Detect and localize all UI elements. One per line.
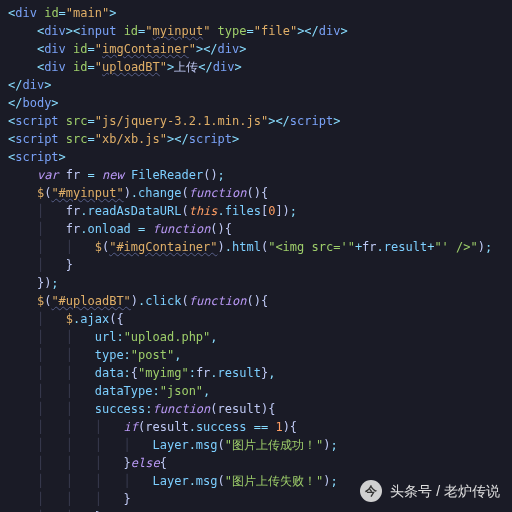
readasdataurl: readAsDataURL — [88, 204, 182, 218]
id-uploadbt: uploadBT — [102, 60, 160, 74]
id-imgcontainer: imgContainer — [102, 42, 189, 56]
layer: Layer — [153, 438, 189, 452]
html-method: html — [232, 240, 261, 254]
xb-src: xb/xb.js — [102, 132, 160, 146]
success-msg: "图片上传成功！" — [225, 438, 323, 452]
jquery-src: js/jquery-3.2.1.min.js — [102, 114, 261, 128]
click-method: click — [145, 294, 181, 308]
files-prop: files — [225, 204, 261, 218]
filereader: FileReader — [131, 168, 203, 182]
watermark-text: 头条号 / 老炉传说 — [390, 481, 500, 502]
func-kw: function — [189, 186, 247, 200]
upload-text: 上传 — [174, 60, 198, 74]
id-myinput: myinput — [153, 24, 204, 38]
sel-input: "#myinput" — [51, 186, 123, 200]
onload: onload — [88, 222, 131, 236]
id-main: main — [73, 6, 102, 20]
this-kw: this — [189, 204, 218, 218]
else-kw: else — [131, 456, 160, 470]
watermark-logo-icon: 今 — [360, 480, 382, 502]
new-kw: new — [102, 168, 124, 182]
url-val: "upload.php" — [124, 330, 211, 344]
sel-container: "#imgContainer" — [109, 240, 217, 254]
change-method: change — [138, 186, 181, 200]
ajax: ajax — [80, 312, 109, 326]
fail-msg: "图片上传失败！" — [225, 474, 323, 488]
fr-var: fr — [66, 168, 80, 182]
datatype-val: "json" — [160, 384, 203, 398]
if-kw: if — [124, 420, 138, 434]
var-kw: var — [37, 168, 59, 182]
watermark: 今 头条号 / 老炉传说 — [360, 480, 500, 502]
type-val: "post" — [131, 348, 174, 362]
one: 1 — [275, 420, 282, 434]
input-type: file — [261, 24, 290, 38]
code-editor[interactable]: <div id="main"> <div><input id="myinput"… — [0, 0, 512, 512]
sel-upload: "#uploadBT" — [51, 294, 130, 308]
